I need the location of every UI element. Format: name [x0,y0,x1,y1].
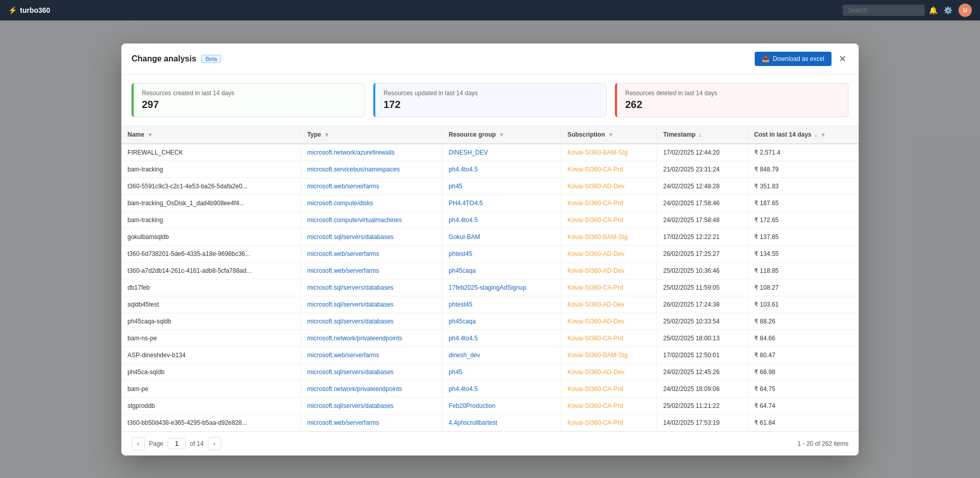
bell-icon[interactable]: 🔔 [929,6,938,14]
brand-logo: ⚡ turbo360 [8,6,50,14]
avatar[interactable]: U [958,4,972,17]
brand-icon: ⚡ [8,6,17,14]
search-input[interactable] [843,5,925,16]
topbar-icons: 🔔 ⚙️ U [929,4,972,17]
brand-name: turbo360 [20,6,50,14]
topbar: ⚡ turbo360 🔔 ⚙️ U [0,0,980,20]
gear-icon[interactable]: ⚙️ [944,6,952,14]
